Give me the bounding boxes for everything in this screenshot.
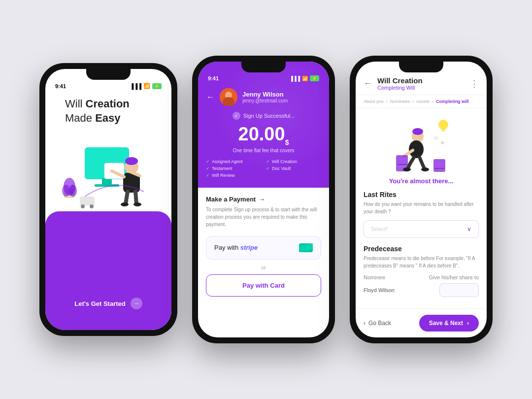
predecease-title: Predecease <box>364 245 479 253</box>
price-amount: 20.00$ <box>206 125 321 146</box>
will-creation-footer: ‹ Go Back Save & Next › <box>356 308 487 337</box>
sep-1: » <box>386 99 388 104</box>
feature-3: ✓ Testament <box>206 166 261 171</box>
user-info: Jenny Wilson jenny.@testmail.com <box>242 91 321 103</box>
chevron-left-icon: ‹ <box>364 320 366 327</box>
svg-line-10 <box>135 192 136 204</box>
back-button[interactable]: ← <box>206 92 215 102</box>
check-icon-f1: ✓ <box>206 159 210 164</box>
or-separator: or <box>206 265 321 270</box>
svg-point-37 <box>403 167 411 171</box>
svg-rect-26 <box>441 129 445 132</box>
go-back-button[interactable]: ‹ Go Back <box>364 320 391 327</box>
page-title: Will Creation <box>377 76 470 85</box>
svg-point-19 <box>90 204 94 208</box>
share-input[interactable] <box>439 283 479 297</box>
check-icon-f5: ✓ <box>206 173 210 178</box>
svg-point-15 <box>62 185 70 197</box>
svg-point-28 <box>412 128 423 135</box>
payment-title: Make a Payment → <box>206 196 321 203</box>
svg-point-36 <box>441 141 444 144</box>
phone-2: 9:41 ▐▐▐ 📶 ⚡ ← <box>192 56 335 343</box>
page-subtitle: Completing Will <box>377 85 470 91</box>
svg-point-29 <box>409 140 424 158</box>
svg-point-38 <box>421 167 429 171</box>
svg-point-11 <box>121 202 129 206</box>
pay-with-card-button[interactable]: Pay with Card <box>206 274 321 297</box>
chevron-down-icon: ∨ <box>467 226 471 233</box>
stripe-brand: stripe <box>240 244 258 251</box>
last-rites-desc: How do you want your remains to be handl… <box>364 200 479 215</box>
phone1-illustration <box>55 133 162 211</box>
breadcrumb: About you » Nominees » Assets » Completi… <box>356 95 487 108</box>
svg-rect-17 <box>80 197 95 205</box>
stripe-logo-icon <box>299 243 313 252</box>
svg-point-35 <box>434 136 438 140</box>
svg-point-12 <box>133 202 141 206</box>
feature-5: ✓ Will Review <box>206 173 261 178</box>
wifi-icon: 📶 <box>143 83 150 89</box>
stripe-label: Pay with stripe <box>214 244 258 251</box>
svg-line-9 <box>126 192 128 204</box>
signal-icon: ▐▐▐ <box>130 83 141 89</box>
svg-rect-31 <box>396 155 408 165</box>
feature-2: ✓ Will Creation <box>266 159 321 164</box>
last-rites-select[interactable]: Select* ∨ <box>364 220 479 238</box>
signal-icon-2: ▐▐▐ <box>290 76 300 81</box>
price-display: 20.00$ One time flat fee that covers <box>206 125 321 153</box>
phone1-hero: Will Creation Made Easy <box>45 92 171 211</box>
last-rites-title: Last Rites <box>364 191 479 199</box>
give-share-column-label: Give his/her share to <box>429 274 479 280</box>
arrow-icon: → <box>131 298 142 309</box>
success-text: Sign Up Successful... <box>243 113 295 119</box>
currency-symbol: $ <box>285 138 289 146</box>
predecease-desc: Predecease means to die before For examp… <box>364 255 479 269</box>
wifi-icon-2: 📶 <box>302 76 308 81</box>
user-name: Jenny Wilson <box>242 91 321 98</box>
breadcrumb-about: About you <box>364 99 384 104</box>
svg-point-16 <box>69 185 77 197</box>
check-icon-f3: ✓ <box>206 166 210 171</box>
phone1-title: Will Creation Made Easy <box>55 92 162 133</box>
select-placeholder: Select* <box>371 226 388 232</box>
nominee-header: Nominee Give his/her share to <box>364 274 479 280</box>
sep-2: » <box>412 99 414 104</box>
payment-body: Make a Payment → To complete Sign up pro… <box>198 188 329 337</box>
pay-with-stripe-button[interactable]: Pay with stripe <box>206 236 321 260</box>
more-options-button[interactable]: ⋮ <box>470 78 479 89</box>
nominee-name: Floyd Wilson <box>364 287 395 293</box>
breadcrumb-nominees: Nominees <box>390 99 410 104</box>
phone-3: ← Will Creation Completing Will ⋮ About … <box>350 56 493 343</box>
avatar-svg <box>220 88 237 106</box>
almost-there-text: You're almost there... <box>364 177 479 185</box>
person-building-svg <box>389 116 453 172</box>
back-button-3[interactable]: ← <box>364 78 372 89</box>
payment-description: To complete Sign up process & to start w… <box>206 206 321 228</box>
check-icon-f2: ✓ <box>266 159 270 164</box>
svg-rect-1 <box>102 178 112 184</box>
battery-icon-2: ⚡ <box>310 75 319 81</box>
will-creation-body: You're almost there... Last Rites How do… <box>356 108 487 308</box>
user-email: jenny.@testmail.com <box>242 98 321 103</box>
phone-1: 9:41 ▐▐▐ 📶 ⚡ Will Creation Made Easy <box>39 63 177 336</box>
svg-point-4 <box>125 157 138 165</box>
price-desc: One time flat fee that covers <box>206 148 321 153</box>
time-1: 9:41 <box>55 83 66 89</box>
check-icon: ✓ <box>233 112 240 120</box>
svg-rect-33 <box>433 159 445 169</box>
nominee-column-label: Nominee <box>364 274 385 280</box>
battery-icon: ⚡ <box>152 83 162 89</box>
header-title-area: Will Creation Completing Will <box>377 76 470 91</box>
notch-3 <box>399 62 443 72</box>
feature-4: ✓ Doc Vault <box>266 166 321 171</box>
features-list: ✓ Assigned Agent ✓ Will Creation ✓ Testa… <box>206 159 321 178</box>
user-row: ← Jenny Wilson jenny.@testmail.com <box>206 85 321 112</box>
check-icon-f4: ✓ <box>266 166 270 171</box>
feature-1: ✓ Assigned Agent <box>206 159 261 164</box>
get-started-button[interactable]: Let's Get Started → <box>55 292 162 315</box>
svg-point-25 <box>438 120 448 130</box>
svg-rect-34 <box>433 168 445 172</box>
save-next-button[interactable]: Save & Next › <box>419 315 479 332</box>
user-avatar <box>220 88 237 106</box>
arrow-icon-payment: → <box>259 196 265 203</box>
